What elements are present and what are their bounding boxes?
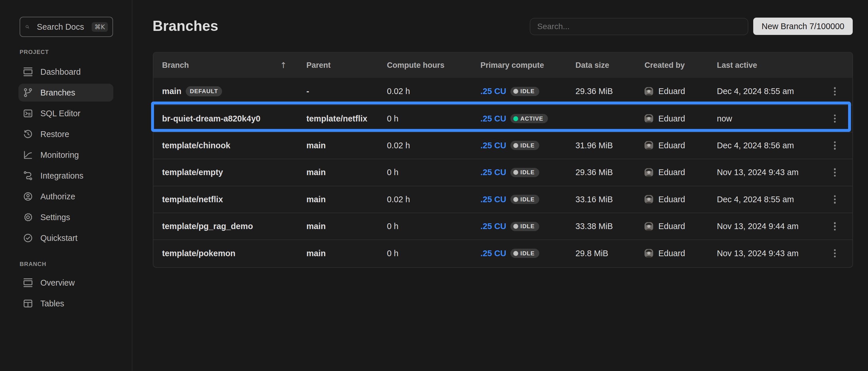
- kebab-menu-icon: [834, 249, 836, 258]
- compute-units: .25 CU: [480, 195, 506, 204]
- dashboard-icon: [23, 67, 33, 77]
- sidebar-section-label: PROJECT: [20, 49, 132, 55]
- overview-icon: [23, 278, 33, 288]
- primary-compute-cell: .25 CUIDLE: [480, 249, 576, 258]
- table-row[interactable]: template/chinookmain0.02 h.25 CUIDLE31.9…: [153, 132, 852, 159]
- row-menu-button[interactable]: [821, 240, 852, 266]
- row-menu-button[interactable]: [821, 105, 852, 131]
- status-badge: IDLE: [510, 87, 539, 96]
- avatar: [645, 87, 653, 96]
- primary-compute-cell: .25 CUIDLE: [480, 141, 576, 150]
- table-header-row: BranchParentCompute hoursPrimary compute…: [153, 53, 852, 78]
- row-menu-button[interactable]: [821, 186, 852, 213]
- status-badge: ACTIVE: [510, 114, 548, 123]
- branch-name: template/pg_rag_demo: [162, 222, 253, 231]
- created-by-name: Eduard: [658, 167, 685, 177]
- sidebar-item-label: Overview: [40, 278, 75, 288]
- settings-icon: [23, 212, 33, 222]
- column-header-primary-compute[interactable]: Primary compute: [480, 61, 576, 70]
- branch-name: template/pokemon: [162, 249, 235, 258]
- status-dot-icon: [513, 251, 518, 256]
- parent-cell: main: [307, 167, 387, 177]
- sidebar-item-settings[interactable]: Settings: [19, 208, 113, 226]
- compute-units: .25 CU: [480, 87, 506, 96]
- branches-search-input[interactable]: [530, 18, 748, 35]
- status-badge: IDLE: [510, 168, 539, 177]
- column-header-created-by[interactable]: Created by: [645, 61, 717, 70]
- parent-cell: main: [307, 141, 387, 150]
- status-badge: IDLE: [510, 222, 539, 231]
- sidebar-item-dashboard[interactable]: Dashboard: [19, 63, 113, 81]
- main-content: Branches New Branch 7/100000 BranchParen…: [133, 0, 868, 371]
- sidebar-item-restore[interactable]: Restore: [19, 125, 113, 143]
- avatar: [645, 168, 653, 177]
- sidebar-item-sql-editor[interactable]: SQL Editor: [19, 104, 113, 122]
- parent-cell: main: [307, 249, 387, 258]
- column-header-parent[interactable]: Parent: [307, 61, 387, 70]
- data-size-cell: 33.38 MiB: [575, 222, 645, 231]
- compute-units: .25 CU: [480, 114, 506, 123]
- sidebar-item-authorize[interactable]: Authorize: [19, 187, 113, 206]
- last-active-cell: Nov 13, 2024 9:43 am: [717, 249, 821, 258]
- table-row[interactable]: template/pokemonmain0 h.25 CUIDLE29.8 Mi…: [153, 240, 852, 266]
- status-dot-icon: [513, 89, 518, 94]
- table-row[interactable]: template/pg_rag_demomain0 h.25 CUIDLE33.…: [153, 213, 852, 240]
- created-by-cell: Eduard: [645, 249, 717, 258]
- data-size-cell: 33.16 MiB: [575, 195, 645, 204]
- kebab-menu-icon: [834, 222, 836, 230]
- sidebar: Search Docs ⌘K PROJECTDashboardBranchesS…: [0, 0, 132, 371]
- sidebar-item-branches[interactable]: Branches: [19, 84, 113, 101]
- compute-hours-cell: 0 h: [387, 249, 480, 258]
- sidebar-item-label: Dashboard: [40, 67, 81, 77]
- created-by-cell: Eduard: [645, 87, 717, 96]
- search-docs-button[interactable]: Search Docs ⌘K: [20, 17, 113, 37]
- branch-cell: br-quiet-dream-a820k4y0: [153, 114, 307, 123]
- status-label: ACTIVE: [521, 115, 543, 122]
- avatar: [645, 114, 653, 123]
- compute-units: .25 CU: [480, 167, 506, 177]
- last-active-cell: Nov 13, 2024 9:43 am: [717, 167, 821, 177]
- row-menu-button[interactable]: [821, 213, 852, 240]
- column-header-compute-hours[interactable]: Compute hours: [387, 61, 480, 70]
- branch-cell: mainDEFAULT: [153, 86, 307, 96]
- kebab-menu-icon: [834, 115, 836, 123]
- branch-name: template/empty: [162, 167, 223, 177]
- column-header-last-active[interactable]: Last active: [717, 61, 821, 70]
- table-row[interactable]: template/netflixmain0.02 h.25 CUIDLE33.1…: [153, 186, 852, 213]
- sidebar-item-label: Monitoring: [40, 150, 79, 160]
- row-menu-button[interactable]: [821, 159, 852, 185]
- sidebar-item-tables[interactable]: Tables: [19, 295, 113, 312]
- avatar: [645, 249, 653, 258]
- compute-units: .25 CU: [480, 249, 506, 258]
- new-branch-button[interactable]: New Branch 7/100000: [753, 18, 853, 35]
- sidebar-item-label: Integrations: [40, 171, 83, 181]
- table-row[interactable]: template/emptymain0 h.25 CUIDLE29.36 MiB…: [153, 159, 852, 185]
- table-row[interactable]: br-quiet-dream-a820k4y0template/netflix0…: [153, 105, 852, 131]
- table-row[interactable]: mainDEFAULT-0.02 h.25 CUIDLE29.36 MiBEdu…: [153, 78, 852, 105]
- parent-cell: -: [307, 87, 387, 96]
- table-body: mainDEFAULT-0.02 h.25 CUIDLE29.36 MiBEdu…: [153, 78, 852, 267]
- compute-units: .25 CU: [480, 141, 506, 150]
- branches-icon: [23, 87, 33, 98]
- column-header-data-size[interactable]: Data size: [575, 61, 645, 70]
- status-dot-icon: [513, 116, 518, 121]
- row-menu-button[interactable]: [821, 132, 852, 159]
- branch-name: template/netflix: [162, 195, 223, 204]
- sidebar-item-label: Authorize: [40, 192, 75, 202]
- last-active-cell: Nov 13, 2024 9:44 am: [717, 222, 821, 231]
- created-by-name: Eduard: [658, 87, 685, 96]
- status-label: IDLE: [521, 196, 535, 203]
- primary-compute-cell: .25 CUIDLE: [480, 195, 576, 204]
- status-dot-icon: [513, 143, 518, 148]
- sidebar-item-integrations[interactable]: Integrations: [19, 167, 113, 185]
- compute-hours-cell: 0.02 h: [387, 141, 480, 150]
- sidebar-item-monitoring[interactable]: Monitoring: [19, 146, 113, 164]
- row-menu-button[interactable]: [821, 78, 852, 105]
- sidebar-item-quickstart[interactable]: Quickstart: [19, 229, 113, 247]
- status-label: IDLE: [521, 88, 535, 95]
- created-by-cell: Eduard: [645, 114, 717, 123]
- created-by-name: Eduard: [658, 114, 685, 123]
- page-title: Branches: [153, 18, 218, 34]
- sidebar-item-overview[interactable]: Overview: [19, 274, 113, 292]
- sidebar-item-label: SQL Editor: [40, 109, 81, 118]
